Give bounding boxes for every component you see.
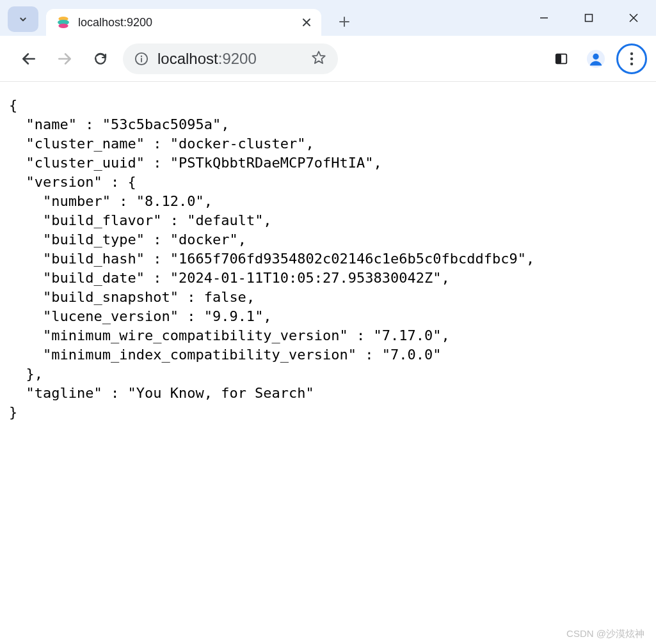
close-icon [628,13,639,23]
chevron-down-icon [17,13,29,25]
arrow-left-icon [20,51,37,67]
minimize-button[interactable] [522,0,566,36]
new-tab-button[interactable] [333,10,356,33]
watermark: CSDN @沙漠炫神 [566,628,644,640]
svg-point-12 [630,62,633,65]
plus-icon [339,16,350,27]
profile-button[interactable] [582,45,610,73]
profile-icon [587,50,605,68]
side-panel-icon [554,52,568,66]
svg-rect-3 [586,15,593,22]
tab-close-button[interactable] [301,17,312,28]
elastic-favicon [56,15,70,29]
titlebar: localhost:9200 [0,0,656,36]
side-panel-button[interactable] [547,45,575,73]
svg-point-5 [141,55,142,56]
svg-rect-7 [556,54,561,63]
maximize-icon [584,13,593,22]
bookmark-button[interactable] [311,50,326,68]
close-window-button[interactable] [611,0,656,36]
star-icon [311,50,326,65]
back-button[interactable] [15,45,42,72]
info-icon [134,52,148,66]
close-icon [302,18,311,27]
svg-point-2 [58,24,68,28]
maximize-button[interactable] [566,0,611,36]
search-tabs-button[interactable] [8,6,38,32]
svg-point-9 [593,53,598,59]
forward-button[interactable] [51,45,78,72]
svg-point-11 [630,57,633,59]
toolbar: localhost:9200 [0,36,656,82]
site-info-button[interactable] [134,52,148,66]
toolbar-right [547,43,647,74]
reload-icon [93,51,108,67]
reload-button[interactable] [87,45,114,72]
window-controls [522,0,656,36]
json-response-body: { "name" : "53c5bac5095a", "cluster_name… [0,82,656,644]
kebab-menu-icon [630,52,634,66]
browser-tab[interactable]: localhost:9200 [46,9,321,36]
svg-point-10 [630,52,633,54]
menu-button[interactable] [616,43,647,74]
url-text: localhost:9200 [157,50,302,68]
minimize-icon [539,13,549,23]
address-bar[interactable]: localhost:9200 [123,43,338,74]
arrow-right-icon [56,51,73,67]
tab-title: localhost:9200 [78,16,301,29]
